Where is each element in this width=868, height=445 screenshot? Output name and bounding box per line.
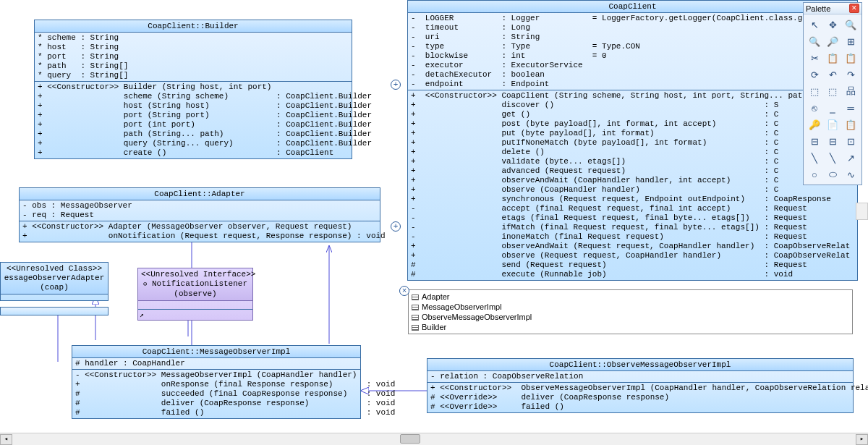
tool-note[interactable]: 📄 <box>825 117 841 132</box>
list-item[interactable]: MessageObserverImpl <box>412 302 849 312</box>
unresolved-class-extra[interactable] <box>0 307 109 315</box>
class-title: CoapClient::Adapter <box>20 188 380 200</box>
class-title: CoapClient <box>408 1 857 13</box>
attrs: - relation : CoapObserveRelation <box>427 371 853 383</box>
nesting-socket-icon[interactable]: + <box>391 80 401 90</box>
nesting-socket-icon[interactable]: × <box>399 286 409 296</box>
palette-title-bar[interactable]: Palette ✕ <box>804 3 861 14</box>
class-title: <<Unresolved Class>> essageObserverAdapt… <box>1 263 108 294</box>
tool-cut[interactable]: ✂ <box>807 51 822 65</box>
class-title: CoapClient::Builder <box>35 20 352 33</box>
class-title: CoapClient::ObserveMessageObserverImpl <box>427 359 853 371</box>
ops: - <<Constructor>> MessageObserverImpl (C… <box>72 370 360 418</box>
class-adapter[interactable]: CoapClient::Adapter - obs : MessageObser… <box>19 187 380 242</box>
list-item[interactable]: Builder <box>412 322 849 332</box>
close-icon[interactable]: ✕ <box>849 4 859 13</box>
class-title: <<Unresolved Interface>> ⊖ NotificationL… <box>138 268 252 301</box>
tool-arrow[interactable]: ↗ <box>843 151 859 165</box>
tool-paste[interactable]: 📋 <box>843 51 859 65</box>
vertical-scrollbar[interactable] <box>856 203 868 220</box>
type-icon <box>412 294 419 300</box>
tool-line1[interactable]: ⎯ <box>825 101 841 115</box>
tool-key[interactable]: 🔑 <box>807 117 822 132</box>
tool-diag2[interactable]: ╲ <box>825 151 841 165</box>
tool-redo[interactable]: ↷ <box>843 67 859 82</box>
scroll-left-button[interactable]: ◂ <box>0 434 12 445</box>
ops: + <<Constructor>> Builder (String host, … <box>35 82 352 158</box>
tool-ellipse2[interactable]: ⬭ <box>825 167 841 182</box>
attrs: # handler : CoapHandler <box>72 358 360 370</box>
tool-clip[interactable]: 📋 <box>843 117 859 132</box>
ops: + <<Constructor>> Adapter (MessageObserv… <box>20 221 380 242</box>
tool-class[interactable]: ⬚ <box>807 84 822 98</box>
tool-interface[interactable]: ⬚ <box>825 84 841 98</box>
tool-zoom-out[interactable]: 🔎 <box>825 34 841 48</box>
class-coapclient[interactable]: CoapClient - LOGGER : Logger = LoggerFac… <box>407 0 858 281</box>
scroll-track[interactable] <box>12 434 856 445</box>
tool-wave[interactable]: ∿ <box>843 167 859 182</box>
tool-diag1[interactable]: ╲ <box>807 151 822 165</box>
tool-zoom-fit[interactable]: ⊞ <box>843 34 859 48</box>
list-item[interactable]: ObserveMessageObserverImpl <box>412 312 849 322</box>
type-icon <box>412 325 419 331</box>
class-builder[interactable]: CoapClient::Builder * scheme : String * … <box>34 20 352 159</box>
palette-toolgrid: ↖ ✥ 🔍 🔍 🔎 ⊞ ✂ 📋 📋 ⟳ ↶ ↷ ⬚ ⬚ 品 ⎋ ⎯ ═ 🔑 📄 … <box>804 14 861 185</box>
class-title: CoapClient::MessageObserverImpl <box>72 346 360 358</box>
list-item[interactable]: Adapter <box>412 292 849 302</box>
tool-pan[interactable]: ✥ <box>825 17 841 32</box>
tool-package[interactable]: 品 <box>843 84 859 98</box>
diagram-canvas[interactable]: CoapClient::Builder * scheme : String * … <box>0 0 868 432</box>
horizontal-scrollbar[interactable]: ◂ ▸ <box>0 433 868 445</box>
tool-rect1[interactable]: ⊟ <box>807 134 822 148</box>
ops: + <<Constructor>> ObserveMessageObserver… <box>427 383 853 412</box>
unresolved-interface[interactable]: <<Unresolved Interface>> ⊖ NotificationL… <box>137 268 253 321</box>
palette-title-text: Palette <box>806 4 830 13</box>
tool-zoom[interactable]: 🔍 <box>843 17 859 32</box>
class-message-observer[interactable]: CoapClient::MessageObserverImpl # handle… <box>72 345 361 419</box>
attrs: * scheme : String * host : String * port… <box>35 33 352 82</box>
tool-rect2[interactable]: ⊟ <box>825 134 841 148</box>
tool-select[interactable]: ↖ <box>807 17 822 32</box>
class-observe-message-observer[interactable]: CoapClient::ObserveMessageObserverImpl -… <box>427 358 854 413</box>
scroll-thumb[interactable] <box>400 434 420 444</box>
nested-types-list[interactable]: Adapter MessageObserverImpl ObserveMessa… <box>408 289 853 334</box>
tool-line2[interactable]: ═ <box>843 101 859 115</box>
tool-refresh[interactable]: ⟳ <box>807 67 822 82</box>
ops: + <<Constructor>> CoapClient (String sch… <box>408 90 857 280</box>
nesting-socket-icon[interactable]: + <box>391 221 401 232</box>
palette-panel[interactable]: Palette ✕ ↖ ✥ 🔍 🔍 🔎 ⊞ ✂ 📋 📋 ⟳ ↶ ↷ ⬚ ⬚ 品 … <box>803 2 862 185</box>
attrs: - LOGGER : Logger = LoggerFactory.getLog… <box>408 13 857 90</box>
type-icon <box>412 305 419 310</box>
tool-ellipse1[interactable]: ○ <box>807 167 822 182</box>
unresolved-class[interactable]: <<Unresolved Class>> essageObserverAdapt… <box>0 262 109 301</box>
tool-undo[interactable]: ↶ <box>825 67 841 82</box>
tool-rect3[interactable]: ⊡ <box>843 134 859 148</box>
tool-copy[interactable]: 📋 <box>825 51 841 65</box>
type-icon <box>412 315 419 321</box>
tool-zoom-in[interactable]: 🔍 <box>807 34 822 48</box>
attrs: - obs : MessageObserver - req : Request <box>20 200 380 221</box>
tool-assoc[interactable]: ⎋ <box>807 101 822 115</box>
scroll-right-button[interactable]: ▸ <box>856 434 868 445</box>
